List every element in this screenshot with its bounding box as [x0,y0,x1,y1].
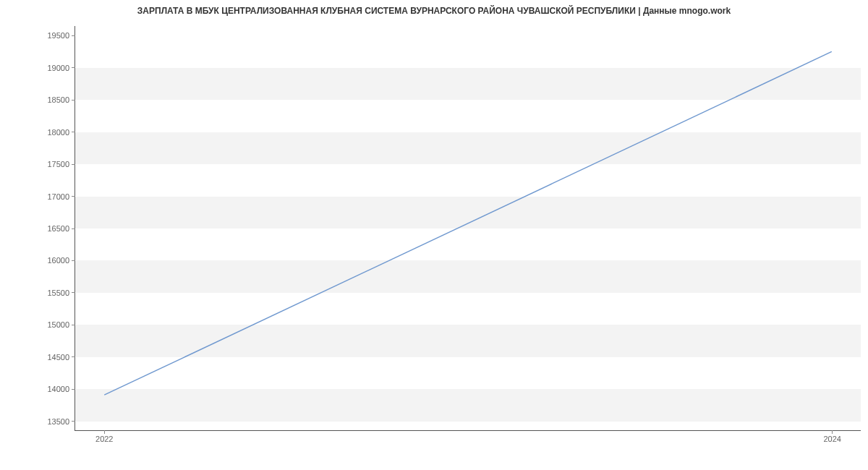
y-tick-label: 19500 [47,31,75,40]
y-tick-label: 15000 [47,320,75,329]
y-tick-label: 18500 [47,95,75,104]
plot-area: 1350014000145001500015500160001650017000… [75,26,861,431]
y-tick-label: 14500 [47,353,75,362]
y-tick-label: 16500 [47,224,75,233]
chart-title: ЗАРПЛАТА В МБУК ЦЕНТРАЛИЗОВАННАЯ КЛУБНАЯ… [0,6,868,16]
y-tick-label: 19000 [47,64,75,72]
chart-container: ЗАРПЛАТА В МБУК ЦЕНТРАЛИЗОВАННАЯ КЛУБНАЯ… [0,0,868,470]
x-tick-label: 2022 [95,430,113,443]
y-tick-label: 15500 [47,289,75,297]
y-tick-label: 14000 [47,385,75,393]
y-tick-label: 13500 [47,417,75,426]
x-tick-label: 2024 [823,430,841,443]
salary-line [104,51,832,395]
y-tick-label: 16000 [47,256,75,265]
line-series [75,26,861,430]
y-tick-label: 17000 [47,192,75,201]
y-tick-label: 18000 [47,128,75,137]
y-tick-label: 17500 [47,160,75,168]
